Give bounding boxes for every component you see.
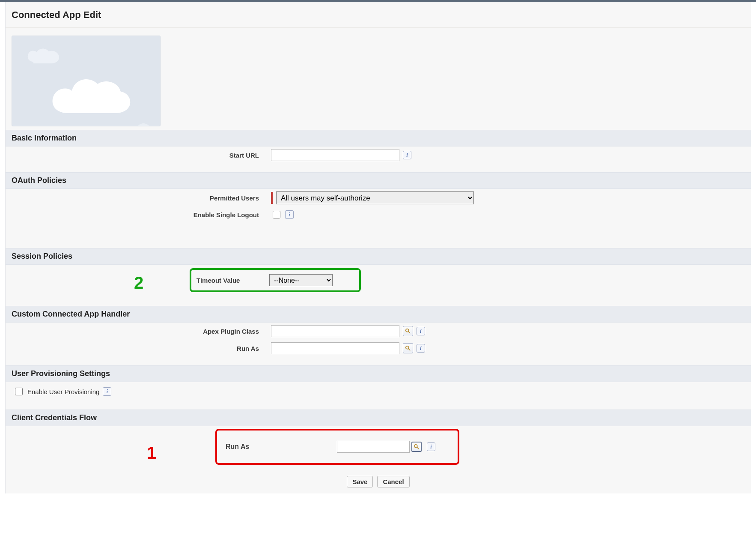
magnifier-icon [405, 328, 411, 334]
info-icon[interactable]: i [285, 210, 294, 219]
annotation-1: 1 [147, 443, 156, 463]
svg-point-2 [406, 346, 409, 349]
start-url-label: Start URL [6, 152, 271, 159]
cloud-icon [123, 117, 161, 126]
handler-run-as-input[interactable] [271, 342, 399, 354]
info-icon[interactable]: i [403, 151, 411, 159]
client-credentials-highlight-box: Run As i [215, 429, 459, 465]
handler-run-as-label: Run As [6, 345, 271, 352]
section-header-basic-information: Basic Information [6, 130, 751, 146]
annotation-2: 2 [134, 273, 143, 293]
info-icon[interactable]: i [417, 344, 425, 353]
lookup-button[interactable] [403, 343, 413, 353]
button-bar: Save Cancel [6, 472, 751, 493]
cloud-icon [46, 66, 132, 122]
app-logo-placeholder [12, 36, 161, 126]
section-header-user-provisioning: User Provisioning Settings [6, 365, 751, 382]
enable-user-provisioning-checkbox[interactable] [15, 388, 23, 395]
magnifier-icon [405, 345, 411, 351]
timeout-value-label: Timeout Value [196, 277, 269, 284]
start-url-input[interactable] [271, 149, 399, 161]
info-icon[interactable]: i [417, 327, 425, 335]
section-header-oauth-policies: OAuth Policies [6, 172, 751, 189]
lookup-button[interactable] [411, 442, 422, 452]
svg-line-5 [417, 447, 419, 449]
enable-user-provisioning-label: Enable User Provisioning [27, 388, 99, 395]
page-title: Connected App Edit [6, 2, 751, 28]
enable-slo-checkbox[interactable] [273, 211, 280, 218]
svg-line-1 [408, 332, 410, 333]
enable-slo-label: Enable Single Logout [6, 211, 271, 218]
client-credentials-run-as-input[interactable] [337, 441, 410, 453]
apex-plugin-class-input[interactable] [271, 325, 399, 337]
svg-point-4 [414, 445, 417, 448]
timeout-highlight-box: Timeout Value --None-- [190, 268, 361, 292]
cancel-button[interactable]: Cancel [377, 476, 409, 487]
required-indicator [271, 192, 273, 204]
section-header-client-credentials: Client Credentials Flow [6, 410, 751, 426]
svg-point-0 [406, 329, 409, 332]
logo-area [6, 28, 751, 129]
timeout-value-select[interactable]: --None-- [269, 274, 333, 286]
info-icon[interactable]: i [427, 442, 435, 451]
lookup-button[interactable] [403, 326, 413, 336]
save-button[interactable]: Save [347, 476, 373, 487]
magnifier-icon [414, 444, 420, 450]
info-icon[interactable]: i [103, 387, 111, 396]
section-header-session-policies: Session Policies [6, 248, 751, 265]
section-header-custom-handler: Custom Connected App Handler [6, 306, 751, 323]
permitted-users-label: Permitted Users [6, 194, 271, 202]
permitted-users-select[interactable]: All users may self-authorize [276, 191, 474, 204]
apex-plugin-class-label: Apex Plugin Class [6, 328, 271, 335]
client-credentials-run-as-label: Run As [226, 443, 337, 451]
cloud-icon [25, 45, 63, 69]
svg-line-3 [408, 349, 410, 350]
